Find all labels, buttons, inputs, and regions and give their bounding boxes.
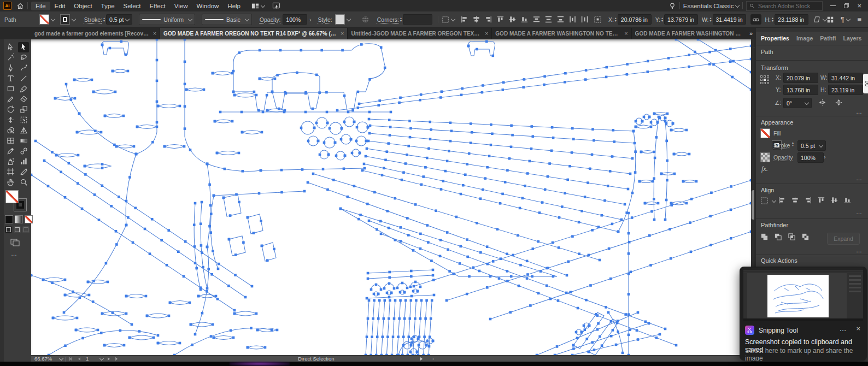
- none-button[interactable]: [25, 215, 33, 223]
- transform-y-field[interactable]: 13.768 in: [783, 85, 818, 95]
- paragraph-options-chevron[interactable]: [846, 16, 850, 21]
- doc-tab-3[interactable]: Untitled-3GOD MADE A FARMER OREGON TEXT …: [348, 27, 492, 39]
- tool-direct-selection-icon[interactable]: [18, 42, 29, 52]
- constrain-proportions-toggle[interactable]: [863, 74, 868, 93]
- pathfinder-more-options[interactable]: …: [856, 247, 863, 253]
- menu-select[interactable]: Select: [119, 2, 145, 10]
- color-button[interactable]: [5, 215, 13, 223]
- tab-properties[interactable]: Properties: [761, 35, 789, 42]
- align-top-icon[interactable]: [817, 196, 825, 204]
- artboard-chevron[interactable]: [99, 356, 104, 361]
- dist-top-icon[interactable]: [532, 15, 541, 23]
- tool-shape-builder-icon[interactable]: [5, 125, 16, 135]
- menu-edit[interactable]: Edit: [50, 2, 70, 10]
- menu-effect[interactable]: Effect: [145, 2, 170, 10]
- tool-blend-icon[interactable]: [18, 146, 29, 156]
- align-bottom-icon[interactable]: [520, 15, 529, 23]
- transform-x-field[interactable]: 20.079 in: [783, 73, 818, 83]
- paragraph-options-icon[interactable]: ¶: [841, 15, 844, 23]
- h-stepper[interactable]: ▴▾: [772, 17, 773, 22]
- tool-line-segment-icon[interactable]: [18, 73, 29, 84]
- tab-layers[interactable]: Layers: [843, 35, 861, 42]
- tool-selection-icon[interactable]: [5, 42, 16, 52]
- x-stepper[interactable]: ▴▾: [615, 17, 617, 22]
- doc-tab-5[interactable]: GOD MADE A FARMER WASHINGTON TEXT R1: [632, 27, 746, 39]
- w-field[interactable]: 31.4419 in: [713, 14, 747, 25]
- align-v-center-icon[interactable]: [508, 15, 517, 23]
- tab-overflow-icon[interactable]: »: [746, 30, 756, 37]
- tab-close-icon[interactable]: ×: [624, 30, 627, 37]
- align-left-icon[interactable]: [460, 15, 468, 23]
- align-bottom-icon[interactable]: [843, 196, 852, 204]
- align-to-chevron[interactable]: [772, 198, 776, 203]
- tool-lasso-icon[interactable]: [18, 52, 29, 63]
- close-button[interactable]: ×: [857, 2, 861, 10]
- draw-inside-mode[interactable]: [22, 226, 30, 233]
- search-input[interactable]: [757, 2, 820, 10]
- draw-normal-mode[interactable]: [5, 226, 12, 233]
- fill-label[interactable]: Fill: [773, 130, 781, 137]
- menu-view[interactable]: View: [170, 2, 192, 10]
- transform-w-field[interactable]: 31.442 in: [828, 73, 863, 83]
- stroke-swatch[interactable]: [60, 14, 70, 25]
- transform-h-field[interactable]: 23.119 in: [828, 85, 863, 95]
- tool-type-icon[interactable]: [5, 73, 16, 84]
- snipping-tool-notification[interactable]: Snipping Tool … × Screenshot copied to c…: [740, 267, 867, 361]
- tool-artboard-icon[interactable]: [5, 167, 16, 177]
- x-field[interactable]: 20.0786 in: [618, 14, 652, 25]
- screenshot-thumbnail[interactable]: [743, 268, 863, 321]
- shear-icon[interactable]: [813, 15, 821, 23]
- doc-tab-4[interactable]: GOD MADE A FARMER WASHINGTON NO TEXT R14…: [492, 27, 631, 39]
- opacity-link-label[interactable]: Opacity: [773, 154, 793, 161]
- opacity-more-chevron[interactable]: ›: [309, 16, 312, 23]
- tool-mesh-icon[interactable]: [5, 135, 16, 146]
- pathfinder-unite-icon[interactable]: [760, 233, 769, 241]
- appearance-fill-swatch[interactable]: [760, 128, 770, 138]
- y-field[interactable]: 13.7679 in: [664, 14, 698, 25]
- style-chevron[interactable]: [347, 16, 351, 21]
- flip-vertical-icon[interactable]: [835, 98, 843, 107]
- tool-gradient-icon[interactable]: [18, 135, 29, 146]
- tab-close-icon[interactable]: ×: [485, 30, 488, 37]
- tab-close-icon[interactable]: ×: [153, 30, 156, 37]
- key-object-icon[interactable]: [594, 15, 602, 23]
- y-stepper[interactable]: ▴▾: [661, 17, 663, 22]
- stroke-stepper[interactable]: ▴▾: [792, 141, 794, 147]
- select-similar-icon[interactable]: [442, 16, 449, 23]
- artboard-canvas[interactable]: [31, 39, 751, 355]
- workspace-chevron[interactable]: [735, 3, 740, 7]
- restore-button[interactable]: [843, 3, 849, 9]
- dist-bottom-icon[interactable]: [556, 15, 565, 23]
- tool-column-graph-icon[interactable]: [18, 156, 29, 167]
- discover-lightbulb-icon[interactable]: [668, 2, 676, 10]
- menu-window[interactable]: Window: [192, 2, 223, 10]
- draw-behind-mode[interactable]: [14, 226, 21, 233]
- doc-tab-1[interactable]: god made a farmer good elements [Recover…: [31, 27, 160, 39]
- tab-close-icon[interactable]: ×: [341, 30, 344, 37]
- w-stepper[interactable]: ▴▾: [710, 17, 712, 22]
- constrain-proportions-icon[interactable]: [750, 14, 761, 25]
- opacity-swatch[interactable]: [760, 152, 770, 162]
- adobe-stock-search[interactable]: [746, 1, 823, 11]
- appearance-more-options[interactable]: …: [856, 175, 863, 181]
- dist-v-center-icon[interactable]: [544, 15, 553, 23]
- select-similar-chevron[interactable]: [451, 16, 455, 21]
- toast-submessage[interactable]: Select here to mark up and share the ima…: [745, 347, 867, 361]
- transform-more-options[interactable]: …: [856, 108, 863, 115]
- stroke-link-label[interactable]: Stroke: [773, 142, 790, 149]
- align-h-center-icon[interactable]: [472, 15, 480, 23]
- touch-workspace-icon[interactable]: [272, 2, 280, 10]
- screen-mode-icon[interactable]: [9, 237, 22, 248]
- stroke-weight-label[interactable]: Stroke:: [84, 16, 102, 23]
- pathfinder-minus-front-icon[interactable]: [774, 233, 782, 241]
- fill-stroke-indicator[interactable]: [5, 190, 27, 212]
- corners-field[interactable]: [403, 14, 432, 25]
- panel-menu-icon[interactable]: ≡: [857, 15, 861, 23]
- opacity-label[interactable]: Opacity:: [260, 16, 281, 23]
- tool-slice-icon[interactable]: [18, 167, 29, 177]
- tool-perspective-grid-icon[interactable]: [18, 125, 29, 135]
- style-label[interactable]: Style:: [318, 16, 332, 23]
- tool-width-tool-icon[interactable]: [5, 115, 16, 125]
- align-top-icon[interactable]: [496, 15, 505, 23]
- align-more-options[interactable]: …: [856, 209, 863, 215]
